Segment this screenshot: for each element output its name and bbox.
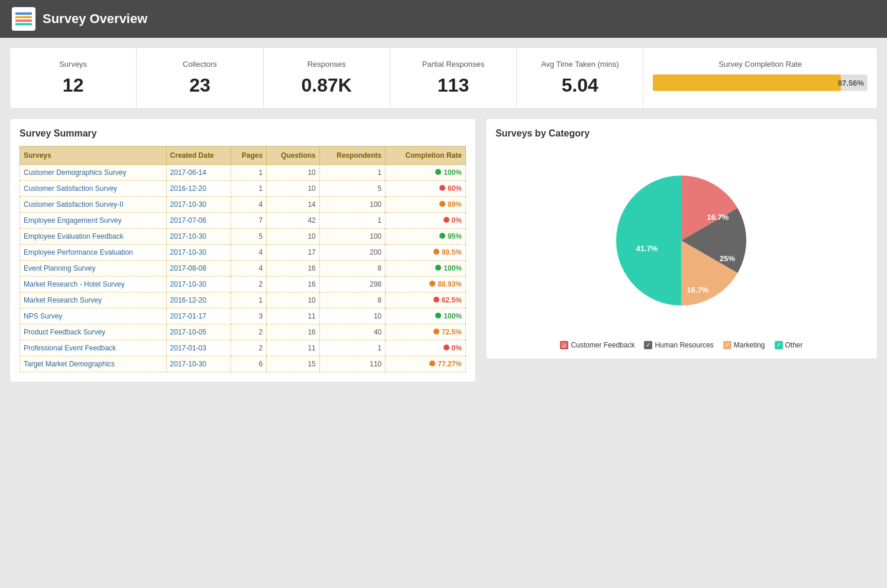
cell-respondents: 298 xyxy=(319,277,385,293)
completion-dot xyxy=(439,233,445,239)
cell-completion-rate: 100% xyxy=(386,308,466,324)
legend-label-customer: Customer Feedback xyxy=(571,341,635,349)
table-row: Customer Satisfaction Survey-II 2017-10-… xyxy=(20,197,466,213)
cell-respondents: 8 xyxy=(319,261,385,277)
table-row: Employee Evaluation Feedback 2017-10-30 … xyxy=(20,229,466,245)
completion-dot xyxy=(429,360,435,366)
cell-completion-rate: 89.5% xyxy=(386,245,466,261)
responses-value: 0.87K xyxy=(273,74,380,96)
completion-dot xyxy=(444,345,449,350)
cell-completion-rate: 77.27% xyxy=(386,356,466,372)
cell-completion-rate: 95% xyxy=(386,229,466,245)
table-row: Professional Event Feedback 2017-01-03 2… xyxy=(20,340,466,356)
table-row: NPS Survey 2017-01-17 3 11 10 100% xyxy=(20,308,466,324)
legend-other: ✓ Other xyxy=(775,341,803,349)
cell-created-date: 2017-10-30 xyxy=(166,197,231,213)
svg-rect-0 xyxy=(15,12,32,15)
cell-created-date: 2017-10-30 xyxy=(166,229,231,245)
completion-dot xyxy=(435,169,441,175)
cell-questions: 10 xyxy=(267,229,320,245)
cell-respondents: 10 xyxy=(319,308,385,324)
cell-survey-name[interactable]: Customer Satisfaction Survey-II xyxy=(20,197,167,213)
cell-respondents: 1 xyxy=(319,165,385,181)
stat-completion-rate: Survey Completion Rate 87.56% xyxy=(643,48,877,108)
cell-questions: 10 xyxy=(267,293,320,308)
completion-rate-value: 87.56% xyxy=(838,79,864,87)
cell-survey-name[interactable]: Product Feedback Survey xyxy=(20,324,167,340)
legend-box-hr: ✓ xyxy=(644,341,652,349)
col-questions: Questions xyxy=(267,147,320,165)
completion-rate-label: Survey Completion Rate xyxy=(653,60,867,69)
cell-completion-rate: 89% xyxy=(386,197,466,213)
cell-survey-name[interactable]: Customer Demographics Survey xyxy=(20,165,167,181)
table-row: Event Planning Survey 2017-08-08 4 16 8 … xyxy=(20,261,466,277)
cell-created-date: 2017-10-05 xyxy=(166,324,231,340)
cell-pages: 4 xyxy=(231,245,267,261)
legend-human-resources: ✓ Human Resources xyxy=(644,341,713,349)
category-title: Surveys by Category xyxy=(496,128,867,139)
completion-dot xyxy=(433,329,439,334)
cell-survey-name[interactable]: Market Research - Hotel Survey xyxy=(20,277,167,293)
cell-created-date: 2016-12-20 xyxy=(166,293,231,308)
cell-pages: 1 xyxy=(231,181,267,197)
cell-questions: 17 xyxy=(267,245,320,261)
cell-questions: 42 xyxy=(267,213,320,229)
completion-dot xyxy=(439,185,445,191)
pie-svg: 16.7% 25% 16.7% 41.7% xyxy=(598,158,764,323)
cell-pages: 2 xyxy=(231,324,267,340)
app-header: Survey Overview xyxy=(0,0,887,38)
legend-label-marketing: Marketing xyxy=(734,341,765,349)
stat-partial: Partial Responses 113 xyxy=(390,48,517,108)
label-other: 41.7% xyxy=(636,244,658,253)
cell-survey-name[interactable]: Employee Engagement Survey xyxy=(20,213,167,229)
legend-box-marketing: ✓ xyxy=(723,341,731,349)
col-respondents: Respondents xyxy=(319,147,385,165)
cell-questions: 16 xyxy=(267,261,320,277)
chart-legend: ✓ Customer Feedback ✓ Human Resources ✓ … xyxy=(560,341,802,349)
svg-rect-3 xyxy=(15,23,32,25)
label-marketing: 16.7% xyxy=(687,285,709,294)
collectors-value: 23 xyxy=(146,74,253,96)
table-row: Market Research Survey 2016-12-20 1 10 8… xyxy=(20,293,466,308)
pie-chart: 16.7% 25% 16.7% 41.7% xyxy=(598,158,764,323)
table-row: Employee Performance Evaluation 2017-10-… xyxy=(20,245,466,261)
cell-survey-name[interactable]: Target Market Demographics xyxy=(20,356,167,372)
cell-survey-name[interactable]: Professional Event Feedback xyxy=(20,340,167,356)
table-row: Customer Satisfaction Survey 2016-12-20 … xyxy=(20,181,466,197)
category-panel: Surveys by Category xyxy=(485,118,878,359)
cell-survey-name[interactable]: Customer Satisfaction Survey xyxy=(20,181,167,197)
completion-rate-bar-bg: 87.56% xyxy=(653,74,867,91)
bottom-section: Survey Summary Surveys Created Date Page… xyxy=(9,118,878,382)
cell-questions: 16 xyxy=(267,324,320,340)
cell-questions: 10 xyxy=(267,165,320,181)
col-completion-rate: Completion Rate xyxy=(386,147,466,165)
cell-survey-name[interactable]: Market Research Survey xyxy=(20,293,167,308)
completion-dot xyxy=(439,201,445,207)
cell-created-date: 2017-01-17 xyxy=(166,308,231,324)
cell-created-date: 2016-12-20 xyxy=(166,181,231,197)
cell-survey-name[interactable]: NPS Survey xyxy=(20,308,167,324)
cell-respondents: 100 xyxy=(319,197,385,213)
cell-created-date: 2017-08-08 xyxy=(166,261,231,277)
cell-pages: 2 xyxy=(231,340,267,356)
table-row: Customer Demographics Survey 2017-06-14 … xyxy=(20,165,466,181)
survey-summary-title: Survey Summary xyxy=(20,128,466,139)
cell-created-date: 2017-07-06 xyxy=(166,213,231,229)
cell-created-date: 2017-10-30 xyxy=(166,245,231,261)
cell-completion-rate: 0% xyxy=(386,340,466,356)
svg-rect-1 xyxy=(15,16,32,18)
cell-survey-name[interactable]: Employee Evaluation Feedback xyxy=(20,229,167,245)
surveys-label: Surveys xyxy=(20,60,127,69)
cell-pages: 1 xyxy=(231,293,267,308)
completion-dot xyxy=(444,217,449,223)
col-created-date: Created Date xyxy=(166,147,231,165)
partial-value: 113 xyxy=(400,74,507,96)
cell-survey-name[interactable]: Event Planning Survey xyxy=(20,261,167,277)
cell-pages: 3 xyxy=(231,308,267,324)
cell-respondents: 40 xyxy=(319,324,385,340)
cell-survey-name[interactable]: Employee Performance Evaluation xyxy=(20,245,167,261)
cell-questions: 10 xyxy=(267,181,320,197)
pie-slice-other xyxy=(616,176,681,306)
legend-customer-feedback: ✓ Customer Feedback xyxy=(560,341,635,349)
table-row: Product Feedback Survey 2017-10-05 2 16 … xyxy=(20,324,466,340)
